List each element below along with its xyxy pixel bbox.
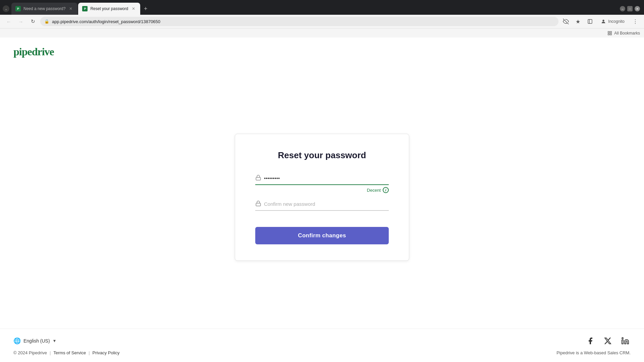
globe-icon: 🌐: [13, 337, 21, 345]
tab-favicon-1: P: [15, 6, 21, 11]
separator-1: |: [50, 350, 51, 355]
incognito-indicator: Incognito: [597, 17, 628, 25]
language-selector[interactable]: 🌐 English (US) ▼: [13, 337, 56, 345]
separator-2: |: [89, 350, 90, 355]
eye-slash-icon[interactable]: [561, 17, 571, 26]
page-header: pipedrive: [0, 38, 644, 66]
svg-point-11: [622, 338, 623, 339]
main-area: Reset your password Decent i: [0, 66, 644, 328]
password-strength-row: Decent i: [255, 187, 389, 193]
svg-rect-4: [608, 31, 609, 33]
strength-label: Decent: [367, 188, 381, 193]
confirm-changes-button[interactable]: Confirm changes: [255, 227, 389, 244]
sidebar-icon[interactable]: [585, 17, 595, 26]
svg-rect-1: [588, 19, 592, 23]
tab-reset-password[interactable]: P Reset your password ✕: [78, 3, 140, 15]
footer-bottom: © 2024 Pipedrive | Terms of Service | Pr…: [13, 350, 631, 355]
bookmarks-bar: All Bookmarks: [0, 28, 644, 38]
new-tab-button[interactable]: +: [141, 4, 150, 13]
lock-icon: 🔒: [44, 19, 49, 24]
language-chevron-icon: ▼: [53, 339, 57, 343]
tagline: Pipedrive is a Web-based Sales CRM.: [556, 350, 631, 355]
address-bar-row: ← → ↻ 🔒 app.pipedrive.com/auth/login/res…: [0, 15, 644, 28]
footer-links: © 2024 Pipedrive | Terms of Service | Pr…: [13, 350, 119, 355]
reload-button[interactable]: ↻: [28, 17, 38, 26]
reset-password-card: Reset your password Decent i: [235, 134, 409, 261]
facebook-icon[interactable]: [585, 336, 596, 346]
svg-rect-8: [256, 177, 261, 180]
pipedrive-logo: pipedrive: [13, 46, 631, 58]
social-links: [585, 336, 631, 346]
copyright-text: © 2024 Pipedrive: [13, 350, 47, 355]
footer-top: 🌐 English (US) ▼: [13, 336, 631, 346]
info-char: i: [385, 188, 386, 192]
svg-rect-5: [610, 31, 611, 33]
page-footer: 🌐 English (US) ▼ © 2024 Pipedrive |: [0, 328, 644, 362]
linkedin-icon[interactable]: [620, 336, 631, 346]
svg-rect-9: [256, 203, 261, 206]
incognito-label: Incognito: [608, 19, 625, 24]
svg-rect-6: [608, 34, 609, 35]
maximize-button[interactable]: □: [627, 6, 633, 11]
tab-close-2[interactable]: ✕: [131, 6, 136, 11]
bookmarks-label: All Bookmarks: [614, 31, 640, 36]
lock-field-icon: [255, 175, 261, 182]
confirm-lock-icon: [255, 200, 261, 208]
close-button[interactable]: ✕: [635, 6, 640, 11]
confirm-password-input[interactable]: [264, 200, 389, 208]
browser-chrome: ⌄ P Need a new password? ✕ P Reset your …: [0, 0, 644, 38]
new-password-input[interactable]: [264, 174, 389, 182]
svg-rect-10: [622, 340, 623, 344]
terms-link[interactable]: Terms of Service: [53, 350, 86, 355]
forward-button[interactable]: →: [16, 17, 25, 26]
new-password-group: Decent i: [255, 174, 389, 193]
tab-need-password[interactable]: P Need a new password? ✕: [11, 3, 77, 15]
new-password-input-wrapper: [255, 174, 389, 185]
address-bar[interactable]: 🔒 app.pipedrive.com/auth/login/reset_pas…: [40, 17, 558, 26]
back-button[interactable]: ←: [4, 17, 13, 26]
tab-scroll-btn[interactable]: ⌄: [3, 5, 9, 12]
twitter-icon[interactable]: [602, 336, 613, 346]
tab-close-1[interactable]: ✕: [68, 6, 73, 11]
svg-point-3: [603, 20, 604, 21]
star-icon[interactable]: ★: [573, 17, 583, 26]
tab-bar: ⌄ P Need a new password? ✕ P Reset your …: [0, 0, 644, 15]
confirm-password-input-wrapper: [255, 200, 389, 211]
all-bookmarks[interactable]: All Bookmarks: [607, 31, 640, 36]
svg-rect-7: [610, 34, 611, 35]
privacy-link[interactable]: Privacy Policy: [93, 350, 120, 355]
language-label: English (US): [23, 338, 50, 344]
tab-title-1: Need a new password?: [23, 6, 65, 11]
address-text: app.pipedrive.com/auth/login/reset_passw…: [52, 19, 554, 24]
more-menu-button[interactable]: ⋮: [631, 17, 640, 26]
strength-info-icon[interactable]: i: [383, 187, 389, 193]
card-title: Reset your password: [255, 150, 389, 161]
confirm-password-group: [255, 200, 389, 211]
tab-title-2: Reset your password: [90, 6, 128, 11]
minimize-button[interactable]: –: [620, 6, 625, 11]
page-content: pipedrive Reset your password Decent i: [0, 38, 644, 362]
tab-favicon-2: P: [82, 6, 88, 11]
